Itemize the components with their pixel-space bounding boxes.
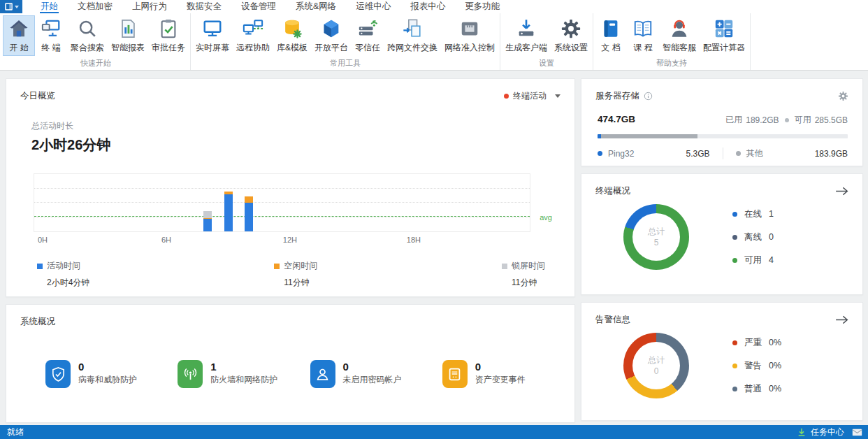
ribbon-group-label: 设置	[502, 58, 591, 70]
app-window: 开始文档加密上网行为数据安全设备管理系统&网络运维中心报表中心更多功能 开 始终…	[0, 0, 868, 439]
ribbon-button-开始[interactable]: 开 始	[3, 15, 35, 56]
storage-legend-item-其他: 其他183.9GB	[723, 147, 848, 159]
tab-运维中心[interactable]: 运维中心	[346, 0, 400, 13]
used-value: 189.2GB	[746, 115, 779, 125]
stat-value: 0	[343, 361, 402, 373]
app-menu-caret-icon	[15, 6, 19, 8]
ribbon-button-跨网文件交换[interactable]: 跨网文件交换	[384, 15, 441, 56]
ribbon-button-网络准入控制[interactable]: 网络准入控制	[441, 15, 498, 56]
alerts-title: 告警信息	[595, 314, 630, 326]
ribbon-button-聚合搜索[interactable]: 聚合搜索	[67, 15, 108, 56]
generate-client-icon	[516, 18, 537, 39]
chart-legend-item-active: 活动时间2小时4分钟	[37, 260, 89, 289]
ribbon-button-label: 配置计算器	[703, 42, 745, 54]
ribbon-button-生成客户端[interactable]: 生成客户端	[502, 15, 551, 56]
legend-label: 可用	[744, 254, 762, 266]
file-exchange-icon	[402, 18, 423, 39]
ribbon-button-终端[interactable]: 终 端	[35, 15, 67, 56]
gear-icon[interactable]	[838, 91, 848, 101]
ribbon-button-实时屏幕[interactable]: 实时屏幕	[192, 15, 233, 56]
system-stat-防火墙和网络防护: 1防火墙和网络防护	[178, 360, 310, 388]
ribbon-button-label: 实时屏幕	[196, 42, 229, 54]
ribbon-toolbar: 开 始终 端聚合搜索智能报表审批任务快速开始实时屏幕远程协助库&模板开放平台零信…	[0, 13, 868, 71]
app-window-icon	[4, 2, 13, 11]
tab-上网行为[interactable]: 上网行为	[122, 0, 177, 13]
legend-value: 0	[769, 232, 774, 242]
activity-chart: avg 0H6H12H18H	[34, 173, 530, 246]
legend-label: 离线	[744, 231, 762, 243]
bar-segment-active	[224, 194, 233, 231]
app-menu-button[interactable]	[0, 0, 22, 13]
legend-dot-icon	[598, 151, 602, 156]
chart-legend-item-idle: 空闲时间11分钟	[274, 260, 317, 289]
arrow-right-icon[interactable]	[835, 187, 848, 196]
ribbon-button-开放平台[interactable]: 开放平台	[311, 15, 352, 56]
ribbon-button-label: 文 档	[601, 42, 620, 54]
alerts-card: 告警信息 总计 0 严重0%警告0%普通0%	[581, 302, 863, 421]
activity-type-dropdown[interactable]: 终端活动	[504, 90, 560, 102]
tab-设备管理[interactable]: 设备管理	[231, 0, 286, 13]
ribbon-button-智能客服[interactable]: 智能客服	[659, 15, 700, 56]
asset-device-icon	[442, 360, 468, 388]
ribbon-button-审批任务[interactable]: 审批任务	[148, 15, 189, 56]
statusbar: 就绪 任务中心	[0, 425, 868, 439]
ribbon-button-远程协助[interactable]: 远程协助	[233, 15, 273, 56]
activity-bar-hour-10	[245, 196, 253, 231]
ribbon-button-系统设置[interactable]: 系统设置	[551, 15, 591, 56]
used-label: 已用	[725, 114, 742, 126]
storage-total: 474.7GB	[598, 114, 635, 124]
menubar: 开始文档加密上网行为数据安全设备管理系统&网络运维中心报表中心更多功能	[0, 0, 868, 13]
ribbon-button-库&模板[interactable]: 库&模板	[273, 15, 311, 56]
ribbon-button-label: 课 程	[633, 42, 652, 54]
ribbon-group: 生成客户端系统设置设置	[500, 13, 593, 70]
shield-check-icon	[45, 360, 71, 388]
legend-value: 11分钟	[284, 277, 317, 289]
ribbon-button-文档[interactable]: 文 档	[595, 15, 627, 56]
storage-legend-item-Ping32: Ping325.3GB	[598, 149, 723, 159]
system-settings-icon	[560, 18, 581, 39]
tab-报表中心[interactable]: 报表中心	[400, 0, 455, 13]
legend-value: 1	[769, 209, 774, 219]
arrow-right-icon[interactable]	[835, 315, 848, 324]
status-text: 就绪	[7, 426, 24, 438]
storage-bar-segment-其他	[601, 134, 697, 138]
activity-type-value: 终端活动	[513, 90, 547, 102]
storage-legend: Ping325.3GB其他183.9GB	[598, 147, 848, 159]
tab-数据安全[interactable]: 数据安全	[177, 0, 231, 13]
donut-center-value: 5	[654, 237, 659, 248]
stat-label: 病毒和威胁防护	[78, 374, 137, 386]
tab-系统&网络[interactable]: 系统&网络	[286, 0, 346, 13]
tab-开始[interactable]: 开始	[31, 0, 68, 13]
legend-label: 警告	[744, 360, 762, 372]
separator-dot-icon	[785, 118, 789, 122]
tab-文档加密[interactable]: 文档加密	[68, 0, 122, 13]
info-circle-icon[interactable]	[644, 92, 653, 101]
live-screen-icon	[202, 18, 223, 39]
mail-icon[interactable]	[852, 429, 862, 436]
ribbon-button-零信任[interactable]: 零信任	[352, 15, 384, 56]
ribbon-group-label: 常用工具	[192, 58, 498, 70]
ribbon-button-label: 终 端	[41, 42, 60, 54]
activity-bar-hour-8	[203, 211, 212, 231]
legend-value: 183.9GB	[815, 149, 848, 159]
legend-square-icon	[37, 264, 43, 269]
right-column: 服务器存储 474.7GB 已用 189.2GB	[581, 78, 863, 422]
legend-label: 严重	[744, 337, 762, 349]
ribbon-button-配置计算器[interactable]: 配置计算器	[700, 15, 748, 56]
ribbon-button-课程[interactable]: 课 程	[627, 15, 659, 56]
network-access-icon	[459, 18, 480, 39]
today-overview-title: 今日概览	[20, 90, 55, 102]
bar-segment-active	[245, 203, 253, 231]
task-center-button[interactable]: 任务中心	[797, 426, 862, 438]
ribbon-button-智能报表[interactable]: 智能报表	[108, 15, 148, 56]
donut-legend-item-可用: 可用4	[732, 254, 774, 266]
tab-更多功能[interactable]: 更多功能	[455, 0, 509, 13]
chevron-down-icon	[555, 94, 560, 98]
legend-label: 其他	[746, 147, 763, 159]
legend-dot-icon	[736, 151, 741, 156]
ribbon-button-label: 智能报表	[111, 42, 145, 54]
ribbon-button-label: 网络准入控制	[444, 42, 495, 54]
stat-value: 0	[78, 361, 137, 373]
terminal-overview-title: 终端概况	[595, 185, 630, 197]
ribbon-button-label: 智能客服	[663, 42, 696, 54]
